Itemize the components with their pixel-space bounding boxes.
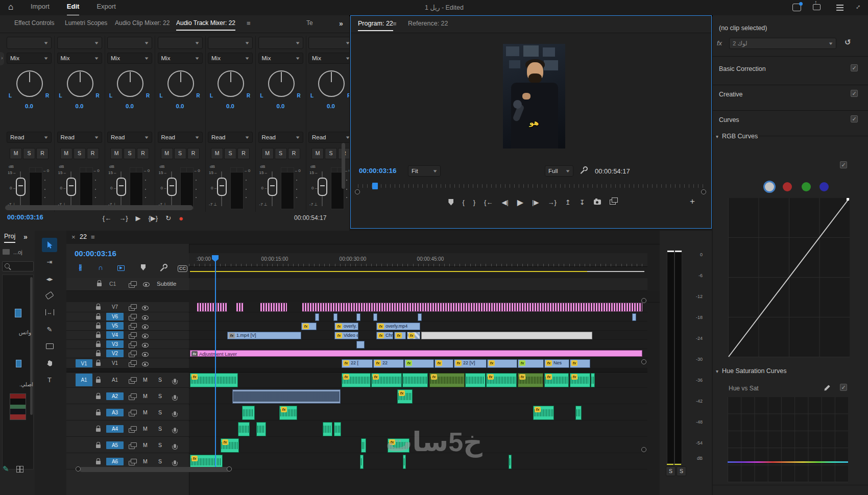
fader-handle[interactable]: [217, 178, 227, 196]
mute-toggle[interactable]: M: [143, 409, 148, 415]
clip-overly-mp4[interactable]: fxoverly.mp4: [376, 323, 420, 330]
channel-input-select[interactable]: ▼: [308, 37, 349, 49]
green-channel-button[interactable]: [802, 182, 811, 191]
clip[interactable]: fx: [544, 373, 569, 387]
step-back-icon[interactable]: ◀|: [501, 199, 508, 206]
source-patch-icon[interactable]: [129, 333, 135, 340]
lock-icon[interactable]: [97, 283, 102, 286]
scrubber-right-handle[interactable]: [701, 189, 706, 194]
panel-menu-icon[interactable]: ≡: [91, 233, 95, 241]
add-marker-icon[interactable]: [141, 264, 146, 272]
clip[interactable]: [256, 422, 266, 436]
solo-button[interactable]: S: [23, 148, 35, 159]
zoom-level-select[interactable]: Fit▼: [408, 165, 441, 177]
solo-toggle[interactable]: S: [158, 442, 162, 448]
source-patch-icon[interactable]: [129, 460, 135, 467]
fx-badge[interactable]: fx: [303, 324, 309, 329]
channel-input-select[interactable]: ▼: [7, 37, 52, 49]
source-patch-icon[interactable]: [129, 324, 135, 331]
hscroll-right-handle[interactable]: [227, 466, 232, 472]
tab-program[interactable]: Program: 22: [358, 20, 393, 31]
top-tab-edit[interactable]: Edit: [67, 0, 80, 16]
look-select[interactable]: لوك 2▼: [729, 38, 836, 49]
channel-input-select[interactable]: ▼: [258, 37, 303, 49]
track-target-toggle[interactable]: A4: [106, 425, 124, 433]
video-track-header-v7[interactable]: V7: [66, 302, 189, 312]
fx-badge[interactable]: fx: [436, 360, 442, 366]
section-creative[interactable]: Creative✓: [713, 86, 868, 111]
hand-tool[interactable]: [42, 356, 57, 370]
lock-icon[interactable]: [96, 341, 101, 349]
razor-tool[interactable]: [42, 288, 57, 303]
source-patch-icon[interactable]: [129, 305, 135, 312]
fx-badge[interactable]: fx: [431, 374, 437, 380]
luma-channel-button[interactable]: [765, 182, 774, 191]
clip-thumbnail[interactable]: [15, 309, 21, 317]
clip-video-e[interactable]: fxVideo e: [334, 332, 358, 339]
mute-button[interactable]: M: [110, 148, 123, 159]
channel-input-select[interactable]: ▼: [107, 37, 152, 49]
source-patch-icon[interactable]: [129, 315, 135, 322]
playback-resolution-select[interactable]: Full▼: [545, 165, 573, 177]
automation-mode-select[interactable]: Read▼: [158, 132, 203, 143]
timeline-settings-wrench-icon[interactable]: [159, 264, 167, 272]
pan-knob[interactable]: [218, 70, 244, 97]
media-thumbnail[interactable]: [10, 393, 26, 420]
lock-icon[interactable]: [96, 314, 101, 321]
clip[interactable]: fx: [435, 359, 453, 368]
hue-saturation-curves-header[interactable]: ▾ Hue Saturation Curves: [716, 367, 786, 375]
clip[interactable]: [421, 332, 592, 339]
lock-icon[interactable]: [96, 410, 101, 417]
fader-handle[interactable]: [268, 178, 277, 196]
timeline-vscroll-handle[interactable]: [641, 447, 646, 452]
rgb-curves-checkbox[interactable]: ✓: [840, 161, 847, 168]
close-tab-icon[interactable]: ×: [71, 233, 76, 241]
fx-badge[interactable]: fx: [336, 324, 342, 329]
automation-mode-select[interactable]: Read▼: [308, 132, 349, 143]
channel-output-select[interactable]: Mix▼: [208, 53, 253, 64]
section-checkbox[interactable]: ✓: [851, 90, 858, 97]
tab-te[interactable]: Te: [306, 19, 313, 30]
clip-thumbnail[interactable]: [16, 360, 21, 367]
video-track-header-v6[interactable]: V6: [66, 313, 189, 321]
track-target-toggle[interactable]: A6: [106, 458, 124, 465]
voiceover-record-icon[interactable]: [174, 426, 176, 433]
list-scrollbar[interactable]: [30, 277, 33, 415]
fx-badge[interactable]: fx: [546, 374, 552, 380]
clip[interactable]: [356, 341, 365, 349]
tab-audio-track-mixer-22[interactable]: Audio Track Mixer: 22: [176, 19, 235, 31]
hscroll-left-handle[interactable]: [76, 466, 81, 472]
source-patch-icon[interactable]: [129, 361, 135, 368]
timeline-current-timecode[interactable]: 00:00:03:16: [75, 249, 116, 258]
rectangle-tool[interactable]: [42, 339, 57, 353]
timeline-vscroll-handle[interactable]: [641, 359, 646, 364]
hue-vs-sat-graph[interactable]: [728, 397, 848, 482]
lock-icon[interactable]: [96, 459, 101, 466]
home-icon[interactable]: ⌂: [8, 2, 13, 12]
clip[interactable]: fx: [487, 359, 517, 368]
pan-knob[interactable]: [67, 70, 93, 97]
record-button[interactable]: R: [187, 148, 200, 159]
solo-left-button[interactable]: S: [666, 466, 676, 476]
mute-button[interactable]: M: [60, 148, 73, 159]
clip[interactable]: fx: [518, 373, 543, 387]
clip[interactable]: [465, 373, 486, 387]
nest-icon[interactable]: [117, 265, 125, 273]
fx-badge[interactable]: fx: [406, 360, 412, 366]
fader-handle[interactable]: [16, 178, 26, 196]
clip-overly-[interactable]: fxoverly.: [334, 323, 358, 330]
source-patch-icon[interactable]: [129, 394, 135, 402]
list-item-label[interactable]: اصلي.: [3, 381, 33, 387]
track-target-toggle[interactable]: V5: [106, 322, 124, 330]
list-item-label[interactable]: واتس: [3, 329, 31, 335]
track-target-toggle[interactable]: V6: [106, 313, 124, 320]
solo-toggle[interactable]: S: [158, 393, 162, 399]
fx-badge[interactable]: fx: [378, 324, 384, 329]
audio-track-header-a3[interactable]: A3MS: [66, 405, 189, 420]
clip-22[interactable]: fx22: [373, 359, 404, 368]
panel-menu-icon[interactable]: ≡: [393, 20, 397, 28]
fx-badge[interactable]: fx: [229, 333, 235, 338]
clip[interactable]: [591, 373, 595, 387]
track-target-toggle[interactable]: V1: [106, 359, 124, 367]
fader-handle[interactable]: [116, 178, 126, 196]
